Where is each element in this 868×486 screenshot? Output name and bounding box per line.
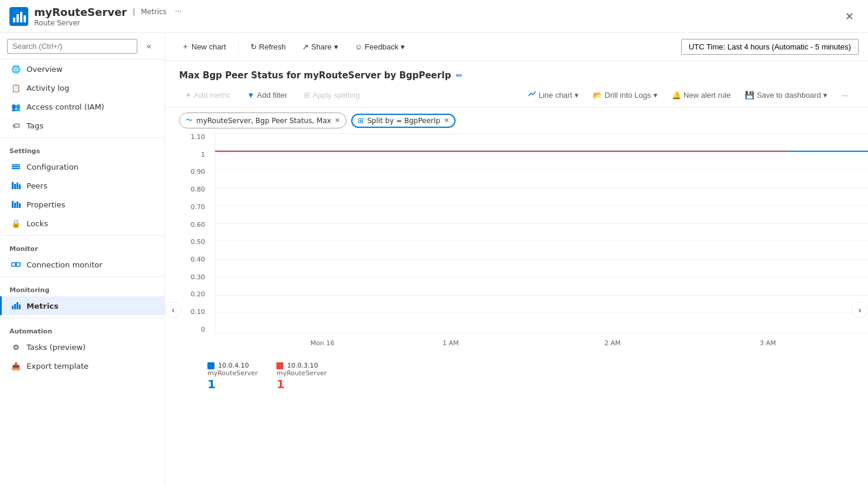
sidebar: « 🌐 Overview 📋 Activity log 👥 Access con… — [0, 33, 165, 486]
y-axis: 1.10 1 0.90 0.80 0.70 0.60 0.50 0.40 0.3… — [186, 133, 210, 333]
metric-tag-close[interactable]: ✕ — [335, 117, 340, 124]
nav-locks[interactable]: 🔒 Locks — [0, 214, 164, 233]
apply-splitting-button[interactable]: ⊞ Apply splitting — [298, 88, 365, 102]
feedback-icon: ☺ — [355, 42, 362, 51]
monitoring-section-header: Monitoring — [0, 279, 164, 296]
close-button[interactable]: ✕ — [840, 8, 859, 25]
access-control-icon: 👥 — [11, 102, 21, 111]
share-icon: ↗ — [302, 42, 309, 51]
svg-rect-2 — [16, 14, 19, 22]
drill-logs-icon: 📂 — [593, 91, 602, 100]
collapse-button[interactable]: « — [141, 38, 157, 54]
svg-rect-21 — [16, 302, 18, 309]
page-title: Metrics — [141, 8, 167, 16]
line-chart-icon — [528, 90, 536, 100]
more-chart-button[interactable]: ··· — [836, 88, 854, 102]
svg-rect-11 — [19, 184, 21, 189]
x-label-1am: 1 AM — [443, 339, 459, 347]
drill-chevron-icon: ▾ — [654, 91, 658, 100]
split-tag-close[interactable]: ✕ — [444, 117, 449, 124]
chevron-down-icon: ▾ — [334, 42, 338, 51]
new-alert-button[interactable]: 🔔 New alert rule — [666, 88, 737, 102]
main-layout: « 🌐 Overview 📋 Activity log 👥 Access con… — [0, 33, 868, 486]
legend-server-2: myRouteServer — [276, 369, 326, 377]
drill-logs-button[interactable]: 📂 Drill into Logs ▾ — [587, 88, 664, 102]
metric-tag-icon: 〜 — [186, 115, 193, 125]
nav-activity-log[interactable]: 📋 Activity log — [0, 78, 164, 97]
locks-icon: 🔒 — [11, 219, 21, 228]
metric-tag[interactable]: 〜 myRouteServer, Bgp Peer Status, Max ✕ — [179, 113, 346, 128]
properties-icon — [11, 200, 21, 209]
svg-rect-16 — [12, 263, 15, 266]
svg-rect-17 — [16, 263, 20, 266]
legend-color-2 — [276, 362, 283, 369]
toolbar: ＋ New chart ↻ Refresh ↗ Share ▾ ☺ Feedba… — [165, 33, 868, 61]
edit-title-icon[interactable]: ✏ — [456, 71, 463, 80]
divider-monitoring — [0, 276, 164, 277]
chart-nav-right[interactable]: › — [852, 302, 868, 318]
legend-ip-2: 10.0.3.10 — [287, 362, 318, 369]
metric-tag-label: myRouteServer, Bgp Peer Status, Max — [196, 117, 331, 125]
peers-icon — [11, 181, 21, 190]
nav-peers[interactable]: Peers — [0, 176, 164, 195]
toolbar-divider-1 — [238, 39, 239, 54]
share-button[interactable]: ↗ Share ▾ — [295, 39, 345, 55]
split-tag-icon: ⊞ — [358, 117, 364, 125]
add-metric-icon: ✦ — [185, 91, 192, 100]
chart-container: 1.10 1 0.90 0.80 0.70 0.60 0.50 0.40 0.3… — [186, 133, 868, 357]
x-label-3am: 3 AM — [760, 339, 776, 347]
new-chart-button[interactable]: ＋ New chart — [174, 38, 233, 55]
search-input[interactable] — [7, 39, 137, 54]
svg-rect-8 — [12, 182, 14, 189]
split-tag[interactable]: ⊞ Split by = BgpPeerIp ✕ — [351, 114, 456, 128]
svg-rect-3 — [20, 12, 22, 22]
legend-ip-1: 10.0.4.10 — [218, 362, 249, 369]
legend-value-2: 1 — [276, 377, 326, 391]
tasks-icon: ⚙ — [11, 342, 21, 352]
chart-title: Max Bgp Peer Status for myRouteServer by… — [179, 70, 451, 81]
nav-tasks[interactable]: ⚙ Tasks (preview) — [0, 338, 164, 356]
app-subtitle: Route Server — [34, 19, 80, 27]
configuration-icon — [11, 162, 21, 171]
nav-export[interactable]: 📤 Export template — [0, 356, 164, 375]
legend-value-1: 1 — [207, 377, 258, 391]
svg-rect-20 — [14, 304, 16, 309]
add-metric-button[interactable]: ✦ Add metric — [179, 88, 236, 102]
legend-item-1: 10.0.4.10 myRouteServer 1 — [207, 362, 258, 391]
nav-overview[interactable]: 🌐 Overview — [0, 59, 164, 78]
divider-monitor — [0, 235, 164, 236]
svg-rect-13 — [14, 203, 16, 208]
chart-and-nav: ‹ › 1.10 1 0.90 0.80 0.70 0.60 0.50 0.40… — [165, 133, 868, 486]
nav-metrics[interactable]: Metrics — [0, 296, 164, 315]
connection-monitor-icon — [11, 260, 21, 269]
legend-server-1: myRouteServer — [207, 369, 258, 377]
tags-icon: 🏷 — [11, 121, 21, 130]
chart-svg — [215, 133, 868, 333]
save-dashboard-button[interactable]: 💾 Save to dashboard ▾ — [739, 88, 833, 102]
svg-rect-9 — [14, 184, 16, 189]
svg-rect-15 — [19, 203, 21, 208]
export-icon: 📤 — [11, 361, 21, 371]
nav-connection-monitor[interactable]: Connection monitor — [0, 255, 164, 274]
add-filter-button[interactable]: ▼ Add filter — [241, 88, 293, 102]
feedback-button[interactable]: ☺ Feedback ▾ — [348, 39, 412, 55]
save-icon: 💾 — [745, 91, 754, 100]
more-options-icon[interactable]: ··· — [175, 8, 181, 16]
line-chart-chevron-icon: ▾ — [575, 91, 579, 100]
refresh-icon: ↻ — [250, 42, 257, 51]
divider-automation — [0, 318, 164, 318]
svg-rect-10 — [16, 183, 18, 189]
nav-configuration[interactable]: Configuration — [0, 157, 164, 176]
chart-title-bar: Max Bgp Peer Status for myRouteServer by… — [165, 61, 868, 85]
chart-nav-left[interactable]: ‹ — [165, 302, 181, 318]
nav-properties[interactable]: Properties — [0, 195, 164, 214]
legend-item-2: 10.0.3.10 myRouteServer 1 — [276, 362, 326, 391]
filter-tags: 〜 myRouteServer, Bgp Peer Status, Max ✕ … — [165, 108, 868, 133]
time-selector-button[interactable]: UTC Time: Last 4 hours (Automatic - 5 mi… — [681, 39, 859, 55]
search-bar-container: « — [0, 33, 164, 59]
nav-tags[interactable]: 🏷 Tags — [0, 116, 164, 135]
svg-rect-6 — [12, 166, 20, 167]
line-chart-button[interactable]: Line chart ▾ — [522, 88, 585, 103]
nav-access-control[interactable]: 👥 Access control (IAM) — [0, 97, 164, 116]
refresh-button[interactable]: ↻ Refresh — [243, 39, 293, 55]
